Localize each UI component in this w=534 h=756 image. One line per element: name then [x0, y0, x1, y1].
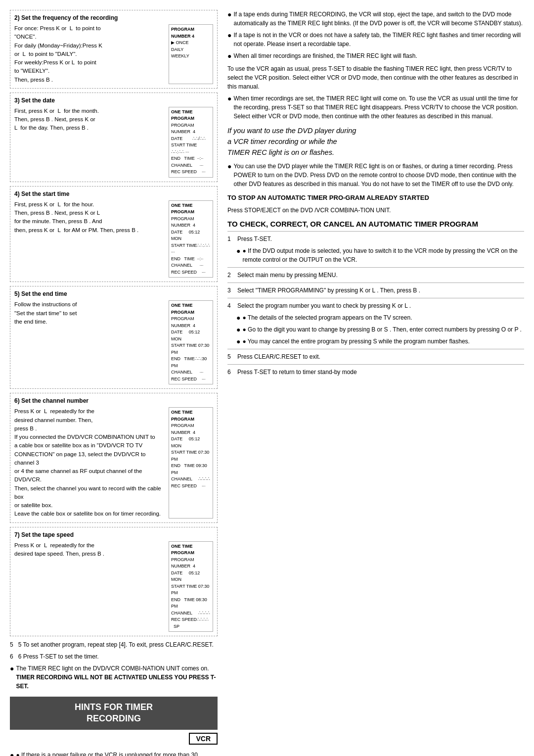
- section-channel: 6) Set the channel number Press K or L r…: [10, 393, 218, 522]
- step-4-bullet-2: ● ● Go to the digit you want to change b…: [227, 325, 524, 334]
- step-1-bullet: ● ● If the DVD output mode is selected, …: [227, 246, 524, 264]
- step-1-number: 1: [227, 235, 234, 243]
- section-end-time-title: 5) Set the end time: [14, 290, 213, 297]
- check-heading-text: TO CHECK, CORRECT, OR CANCEL AN AUTOMATI…: [227, 220, 478, 228]
- step-1-bullet-dot: ●: [236, 246, 240, 264]
- vcr-bullet-text: ● If there is a power failure or the VCR…: [16, 751, 218, 756]
- s4b2-dot: ●: [236, 325, 240, 334]
- section-end-time-inner: Follow the instructions of "Set the star…: [14, 300, 213, 384]
- right-step-5-text: Press CLEAR/C.RESET to exit.: [237, 352, 320, 361]
- section-tape-speed-text: Press K or L repeatedly for the desired …: [14, 541, 165, 632]
- step5-text: 5 To set another program, repeat step [4…: [18, 641, 214, 648]
- section-channel-inner: Press K or L repeatedly for the desired …: [14, 407, 213, 518]
- dvd-player-dot: ●: [227, 162, 231, 189]
- right-bullet-3: ● When all timer recordings are finished…: [227, 51, 524, 60]
- program-box-start: ONE TIME PROGRAM PROGRAM NUMBER 4 DATE 0…: [169, 200, 213, 278]
- s4b1-dot: ●: [236, 313, 240, 322]
- section-channel-text: Press K or L repeatedly for the desired …: [14, 407, 165, 518]
- step-2-number: 2: [227, 271, 234, 280]
- vcr-bullet: ● ● If there is a power failure or the V…: [10, 751, 218, 756]
- step-4-bullet-3: ● ● You may cancel the entire program by…: [227, 337, 524, 346]
- dvd-player-bullet: ● You can use the DVD player while the T…: [227, 162, 524, 189]
- step-3: 3 Select "TIMER PROGRAMMING" by pressing…: [227, 286, 524, 295]
- divider-6: [227, 364, 524, 365]
- bullet-dot: ●: [10, 664, 14, 691]
- program-box-channel: ONE TIME PROGRAM PROGRAM NUMBER 4 DATE 0…: [169, 407, 213, 518]
- program-box-end: ONE TIME PROGRAM PROGRAM NUMBER 4 DATE 0…: [169, 300, 213, 384]
- step-3-text: Select "TIMER PROGRAMMING" by pressing K…: [237, 286, 420, 295]
- step-2-text: Select main menu by pressing MENU.: [237, 271, 338, 280]
- section-end-time-text: Follow the instructions of "Set the star…: [14, 300, 165, 384]
- step-1-text: Press T-SET.: [237, 235, 272, 243]
- section-freq-text: For once: Press K or L to point to "ONCE…: [14, 24, 165, 84]
- right-step-6-text: Press T-SET to return to timer stand-by …: [237, 368, 357, 377]
- step-1: 1 Press T-SET.: [227, 235, 524, 243]
- right-bullets-top: ● If a tape ends during TIMER RECORDING,…: [227, 10, 524, 60]
- step6-text: 6 Press T-SET to set the timer.: [18, 653, 99, 660]
- divider-5: [227, 349, 524, 349]
- right-step-6: 6 Press T-SET to return to timer stand-b…: [227, 368, 524, 377]
- hints-title: HINTS FOR TIMERRECORDING: [15, 702, 213, 725]
- bullet-dot-3: ●: [227, 51, 231, 60]
- right-bullet-2: ● If a tape is not in the VCR or does no…: [227, 31, 524, 48]
- section-tape-speed: 7) Set the tape speed Press K or L repea…: [10, 527, 218, 637]
- step5-number: 5: [10, 641, 16, 648]
- timer-rec-note: ● The TIMER REC light on the DVD/VCR COM…: [10, 664, 218, 691]
- right-bullet-1: ● If a tape ends during TIMER RECORDING,…: [227, 10, 524, 28]
- section-date-inner: First, press K or L for the month. Then,…: [14, 107, 213, 178]
- section-end-time: 5) Set the end time Follow the instructi…: [10, 286, 218, 389]
- step-4-text: Select the program number you want to ch…: [237, 301, 411, 310]
- right-step-6-number: 6: [227, 368, 234, 377]
- step-3-number: 3: [227, 286, 234, 295]
- when-set-dot: ●: [227, 94, 231, 121]
- s4b2-text: ● Go to the digit you want to change by …: [242, 325, 521, 334]
- dvd-player-heading: If you want to use the DVD player during…: [227, 126, 524, 158]
- when-set-bullet: ● When timer recordings are set, the TIM…: [227, 94, 524, 121]
- right-column: ● If a tape ends during TIMER RECORDING,…: [227, 10, 524, 756]
- step-4-bullet-1: ● ● The details of the selected program …: [227, 313, 524, 322]
- stop-text-content: Press STOP/EJECT on the DVD /VCR COMBINA…: [227, 207, 391, 214]
- program-box-freq: PROGRAM NUMBER 4 ▶ ONCE DAILY WEEKLY: [169, 24, 213, 84]
- section-start-time-title: 4) Set the start time: [14, 190, 213, 197]
- left-column: 2) Set the frequency of the recording Fo…: [10, 10, 218, 756]
- vcr-bullet-dot: ●: [10, 751, 14, 756]
- right-bullet-1-text: If a tape ends during TIMER RECORDING, t…: [233, 10, 524, 28]
- section-start-time-inner: First, press K or L for the hour. Then, …: [14, 200, 213, 278]
- right-step-5-number: 5: [227, 352, 234, 361]
- right-step-5: 5 Press CLEAR/C.RESET to exit.: [227, 352, 524, 361]
- divider-3: [227, 283, 524, 283]
- section-freq: 2) Set the frequency of the recording Fo…: [10, 10, 218, 89]
- section-channel-title: 6) Set the channel number: [14, 397, 213, 404]
- section-start-time: 4) Set the start time First, press K or …: [10, 186, 218, 283]
- s4b3-text: ● You may cancel the entire program by p…: [242, 337, 470, 346]
- bullet-dot-2: ●: [227, 31, 231, 48]
- section-start-time-text: First, press K or L for the hour. Then, …: [14, 200, 165, 278]
- when-set-text: When timer recordings are set, the TIMER…: [233, 94, 524, 121]
- program-box-date: ONE TIME PROGRAM PROGRAM NUMBER 4 DATE ∴…: [169, 107, 213, 178]
- dvd-player-bullet-text: You can use the DVD player while the TIM…: [233, 162, 524, 189]
- divider-2: [227, 267, 524, 268]
- stop-heading: TO STOP AN AUTOMATIC TIMER PRO-GRAM ALRE…: [227, 193, 524, 202]
- step5-line: 5 5 To set another program, repeat step …: [10, 640, 218, 649]
- check-heading: TO CHECK, CORRECT, OR CANCEL AN AUTOMATI…: [227, 220, 524, 228]
- divider-4: [227, 298, 524, 298]
- step-1-bullet-text: ● If the DVD output mode is selected, yo…: [242, 246, 524, 264]
- timer-rec-note-text: The TIMER REC light on the DVD/VCR COMBI…: [16, 664, 218, 691]
- vcr-label: VCR: [189, 733, 218, 745]
- s4b1-text: ● The details of the selected program ap…: [242, 313, 412, 322]
- step6-line: 6 6 Press T-SET to set the timer.: [10, 652, 218, 661]
- step-2: 2 Select main menu by pressing MENU.: [227, 271, 524, 280]
- step-4-number: 4: [227, 301, 234, 310]
- divider-1: [227, 231, 524, 232]
- dvd-player-section: If you want to use the DVD player during…: [227, 126, 524, 158]
- step-4: 4 Select the program number you want to …: [227, 301, 524, 310]
- step6-number: 6: [10, 653, 16, 660]
- right-bullet-3-text: When all timer recordings are finished, …: [233, 51, 417, 60]
- section-freq-inner: For once: Press K or L to point to "ONCE…: [14, 24, 213, 84]
- vcr-section: VCR: [10, 733, 218, 748]
- program-box-tape: ONE TIME PROGRAM PROGRAM NUMBER 4 DATE 0…: [169, 541, 213, 632]
- section-date: 3) Set the date First, press K or L for …: [10, 93, 218, 182]
- hints-box: HINTS FOR TIMERRECORDING: [10, 697, 218, 730]
- section-tape-speed-inner: Press K or L repeatedly for the desired …: [14, 541, 213, 632]
- right-bullet-2-text: If a tape is not in the VCR or does not …: [233, 31, 524, 48]
